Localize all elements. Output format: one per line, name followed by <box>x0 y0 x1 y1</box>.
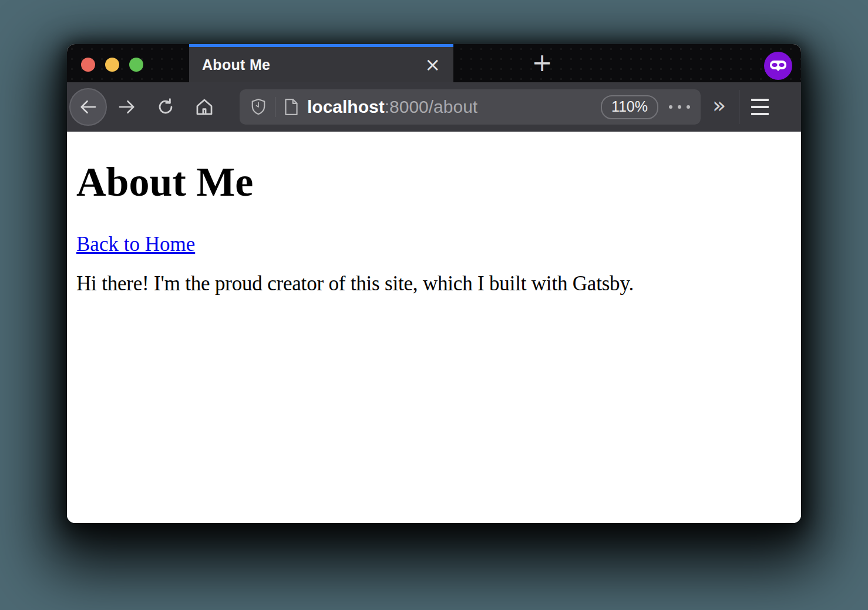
browser-window: About Me × + <box>67 44 801 523</box>
reload-icon <box>156 97 176 117</box>
overflow-chevron-icon[interactable]: » <box>712 94 726 120</box>
tab-about-me[interactable]: About Me × <box>189 44 453 82</box>
tab-title: About Me <box>202 56 425 73</box>
back-to-home-link[interactable]: Back to Home <box>76 233 195 256</box>
page-title: About Me <box>76 132 792 206</box>
traffic-lights <box>81 58 143 72</box>
url-text[interactable]: localhost:8000/about <box>307 97 601 117</box>
tab-strip: About Me × + <box>67 44 801 82</box>
url-host: localhost <box>307 97 385 116</box>
forward-arrow-icon <box>116 96 137 118</box>
menu-button[interactable] <box>751 99 769 115</box>
mask-icon <box>768 59 788 72</box>
back-button[interactable] <box>69 88 107 126</box>
back-arrow-icon <box>78 96 99 118</box>
zoom-level-button[interactable]: 110% <box>601 95 658 119</box>
page-actions-ellipsis-icon[interactable] <box>669 105 690 109</box>
new-tab-button[interactable]: + <box>529 49 556 76</box>
navigation-toolbar: localhost:8000/about 110% » <box>67 82 801 132</box>
tracking-protection-shield-icon[interactable] <box>250 98 267 116</box>
intro-paragraph: Hi there! I'm the proud creator of this … <box>76 272 792 296</box>
toolbar-separator <box>739 90 739 124</box>
url-path: :8000/about <box>385 97 477 116</box>
page-content: About Me Back to Home Hi there! I'm the … <box>67 132 801 523</box>
tab-close-icon[interactable]: × <box>425 55 440 74</box>
forward-button[interactable] <box>114 94 140 120</box>
reload-button[interactable] <box>153 94 179 120</box>
close-window-button[interactable] <box>81 58 95 72</box>
minimize-window-button[interactable] <box>105 58 119 72</box>
home-icon <box>194 97 214 117</box>
url-bar[interactable]: localhost:8000/about 110% <box>240 89 701 125</box>
page-icon[interactable] <box>284 98 299 116</box>
home-button[interactable] <box>191 94 217 120</box>
zoom-window-button[interactable] <box>129 58 143 72</box>
private-browsing-badge <box>764 52 792 80</box>
urlbar-separator <box>275 97 275 117</box>
